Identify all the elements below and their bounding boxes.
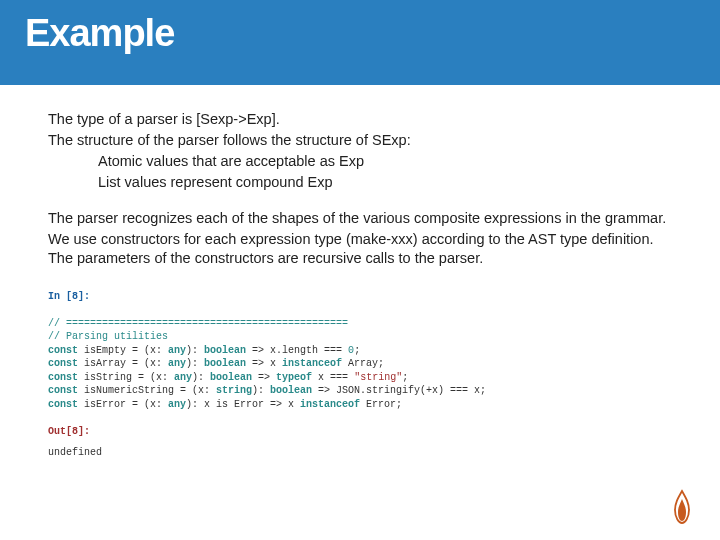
flame-icon — [669, 489, 695, 525]
body-line-6: We use constructors for each expression … — [48, 230, 680, 268]
body-line-2: The structure of the parser follows the … — [48, 131, 680, 150]
code-comment-2: // Parsing utilities — [48, 331, 168, 342]
slide-title: Example — [25, 12, 174, 55]
code-line-2: const isArray = (x: any): boolean => x i… — [48, 357, 680, 371]
in-label: In [8]: — [48, 291, 90, 302]
body-line-3: Atomic values that are acceptable as Exp — [48, 152, 680, 171]
code-comment-1: // =====================================… — [48, 318, 348, 329]
out-label: Out[8]: — [48, 426, 90, 437]
code-line-4: const isNumericString = (x: string): boo… — [48, 384, 680, 398]
slide: Example The type of a parser is [Sexp->E… — [0, 0, 720, 540]
out-value: undefined — [48, 446, 680, 459]
slide-body: The type of a parser is [Sexp->Exp]. The… — [0, 85, 720, 459]
code-line-3: const isString = (x: any): boolean => ty… — [48, 371, 680, 385]
code-block: In [8]: // =============================… — [48, 290, 680, 439]
body-line-1: The type of a parser is [Sexp->Exp]. — [48, 110, 680, 129]
code-line-5: const isError = (x: any): x is Error => … — [48, 398, 680, 412]
flame-logo — [669, 489, 695, 525]
code-line-1: const isEmpty = (x: any): boolean => x.l… — [48, 344, 680, 358]
body-line-5: The parser recognizes each of the shapes… — [48, 209, 680, 228]
title-bar: Example — [0, 0, 720, 85]
body-line-4: List values represent compound Exp — [48, 173, 680, 192]
